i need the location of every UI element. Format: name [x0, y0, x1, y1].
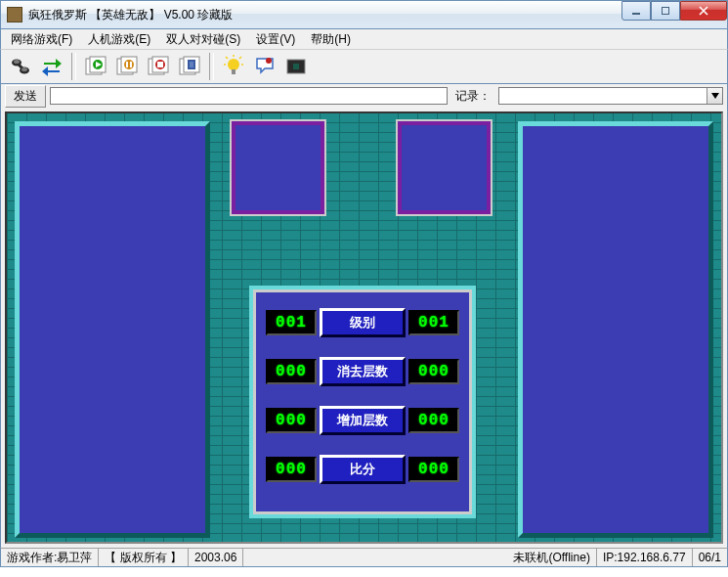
svg-point-19 — [228, 59, 239, 70]
game-area: 001 级别 001 000 消去层数 000 000 增加层数 000 000… — [0, 108, 728, 548]
score-row-level: 001 级别 001 — [266, 306, 459, 339]
send-button[interactable]: 发送 — [5, 85, 46, 108]
menu-ai[interactable]: 人机游戏(E) — [80, 29, 158, 50]
menu-settings[interactable]: 设置(V) — [248, 29, 303, 50]
score-row-added: 000 增加层数 000 — [266, 404, 459, 437]
svg-point-2 — [14, 60, 20, 64]
player2-field — [518, 121, 713, 538]
svg-point-21 — [266, 58, 272, 64]
pause-icon[interactable] — [113, 53, 141, 80]
label-added[interactable]: 增加层数 — [320, 406, 406, 435]
chevron-down-icon[interactable] — [707, 88, 722, 104]
record-label: 记录： — [451, 88, 494, 105]
label-level[interactable]: 级别 — [320, 308, 406, 337]
lcd-score-p1: 000 — [266, 457, 317, 482]
toolbar-separator — [71, 53, 76, 80]
lcd-cleared-p2: 000 — [408, 359, 459, 384]
label-score[interactable]: 比分 — [320, 455, 406, 484]
status-extra: 06/1 — [693, 549, 727, 566]
svg-rect-20 — [232, 69, 236, 74]
record-combo[interactable] — [498, 87, 723, 105]
titlebar: 疯狂俄罗斯 【英雄无敌】 V5.00 珍藏版 — [0, 0, 728, 29]
status-connection: 未联机(Offline) — [507, 549, 596, 566]
menu-help[interactable]: 帮助(H) — [303, 29, 359, 50]
maximize-button[interactable] — [651, 1, 680, 21]
status-ip: IP:192.168.6.77 — [597, 549, 693, 566]
svg-point-9 — [124, 60, 134, 69]
lcd-score-p2: 000 — [408, 457, 459, 482]
player1-field — [15, 121, 210, 538]
game-background: 001 级别 001 000 消去层数 000 000 增加层数 000 000… — [5, 111, 723, 544]
toolbar-separator — [209, 53, 214, 80]
lcd-level-p2: 001 — [408, 310, 459, 335]
svg-rect-23 — [293, 64, 299, 69]
score-row-score: 000 比分 000 — [266, 453, 459, 486]
exit-icon[interactable] — [176, 53, 203, 80]
send-input[interactable] — [50, 87, 448, 105]
lightbulb-icon[interactable] — [220, 53, 247, 80]
screen-icon[interactable] — [282, 53, 310, 80]
menu-network[interactable]: 网络游戏(F) — [3, 29, 80, 50]
app-icon — [7, 7, 22, 22]
lcd-level-p1: 001 — [266, 310, 317, 335]
player1-preview — [232, 121, 324, 214]
window-title: 疯狂俄罗斯 【英雄无敌】 V5.00 珍藏版 — [28, 7, 621, 23]
close-button[interactable] — [680, 1, 727, 21]
label-cleared[interactable]: 消去层数 — [320, 357, 406, 386]
lcd-added-p2: 000 — [408, 408, 459, 433]
toolbar — [0, 49, 728, 84]
menu-twoplayer[interactable]: 双人对对碰(S) — [158, 29, 248, 50]
svg-point-3 — [21, 67, 27, 71]
lcd-cleared-p1: 000 — [266, 359, 317, 384]
swap-icon[interactable] — [38, 53, 65, 80]
minimize-button[interactable] — [621, 1, 651, 21]
score-panel: 001 级别 001 000 消去层数 000 000 增加层数 000 000… — [253, 289, 472, 514]
stop-icon[interactable] — [145, 53, 172, 80]
menubar: 网络游戏(F) 人机游戏(E) 双人对对碰(S) 设置(V) 帮助(H) — [0, 29, 728, 49]
status-copyright: 【 版权所有 】 — [99, 549, 189, 566]
lcd-added-p1: 000 — [266, 408, 317, 433]
svg-rect-10 — [126, 62, 128, 67]
score-row-cleared: 000 消去层数 000 — [266, 355, 459, 388]
window-controls — [621, 1, 727, 28]
tips-icon[interactable] — [251, 53, 278, 80]
status-author: 游戏作者:易卫萍 — [1, 549, 99, 566]
connect-icon[interactable] — [7, 53, 34, 80]
player2-preview — [398, 121, 491, 214]
svg-rect-15 — [157, 62, 163, 67]
svg-rect-11 — [130, 62, 132, 67]
chat-row: 发送 记录： — [0, 84, 728, 108]
status-date: 2003.06 — [189, 549, 243, 566]
play-icon[interactable] — [82, 53, 109, 80]
statusbar: 游戏作者:易卫萍 【 版权所有 】 2003.06 未联机(Offline) I… — [0, 548, 728, 567]
